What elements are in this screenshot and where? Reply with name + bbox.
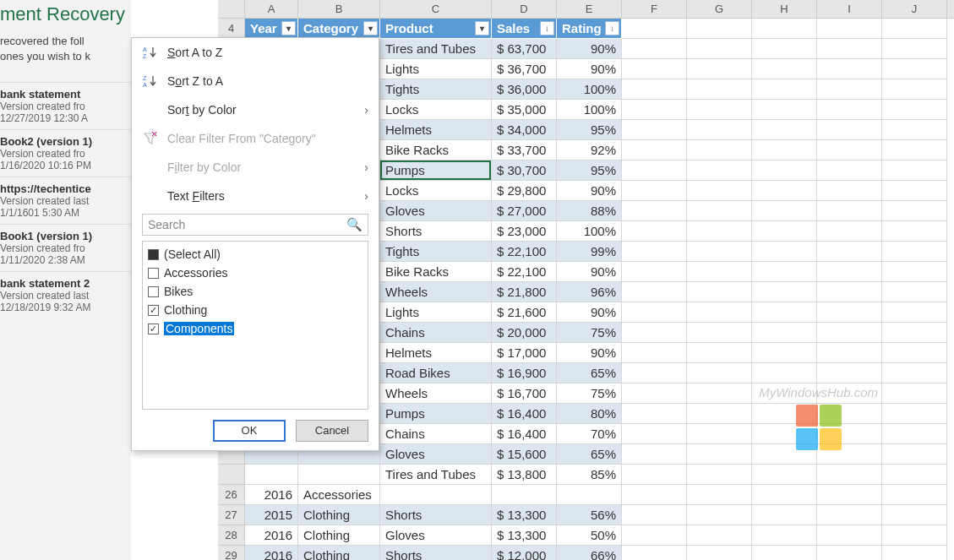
- cell[interactable]: [817, 120, 882, 140]
- col-header-J[interactable]: J: [882, 0, 947, 18]
- cell[interactable]: [687, 424, 752, 444]
- cell[interactable]: [817, 100, 882, 120]
- cell[interactable]: [752, 201, 817, 221]
- recovery-item[interactable]: bank statement Version created fro 12/27…: [0, 82, 131, 129]
- filter-value-clothing[interactable]: ✓ Clothing: [148, 301, 363, 319]
- cell-product[interactable]: Tights: [380, 242, 492, 262]
- cell[interactable]: [817, 485, 882, 505]
- recovery-item[interactable]: bank statement 2 Version created last 12…: [0, 271, 131, 318]
- cell[interactable]: [622, 100, 687, 120]
- filter-dropdown-icon[interactable]: ▾: [475, 21, 489, 35]
- cell[interactable]: [622, 302, 687, 323]
- cell-product[interactable]: Bike Racks: [380, 262, 492, 282]
- cell[interactable]: [752, 39, 817, 59]
- cell[interactable]: [817, 201, 882, 221]
- cell[interactable]: [622, 343, 687, 363]
- cell-sales[interactable]: $ 36,700: [492, 59, 557, 79]
- cell[interactable]: [882, 323, 947, 343]
- cell[interactable]: [752, 343, 817, 363]
- text-filters[interactable]: Text Filters ›: [132, 182, 379, 210]
- cell-year[interactable]: 2016: [245, 485, 298, 505]
- cell-sales[interactable]: $ 22,100: [492, 242, 557, 262]
- cell[interactable]: [817, 546, 882, 560]
- cell[interactable]: [817, 525, 882, 546]
- col-header-H[interactable]: H: [752, 0, 817, 18]
- cell[interactable]: [752, 262, 817, 282]
- cell[interactable]: [687, 404, 752, 424]
- header-sales[interactable]: Sales ↓: [492, 19, 557, 39]
- cell[interactable]: [622, 242, 687, 262]
- cell-rating[interactable]: 92%: [557, 140, 622, 160]
- cell[interactable]: [817, 221, 882, 242]
- cell-rating[interactable]: [557, 485, 622, 505]
- cell-sales[interactable]: $ 33,700: [492, 140, 557, 160]
- cell[interactable]: [687, 505, 752, 525]
- cell[interactable]: [882, 546, 947, 560]
- sort-z-to-a[interactable]: ZA Sort Z to A: [132, 67, 379, 95]
- cell[interactable]: [752, 19, 817, 39]
- cell-year[interactable]: [245, 465, 298, 485]
- cell[interactable]: [882, 525, 947, 546]
- cell-rating[interactable]: 56%: [557, 505, 622, 525]
- cell-product[interactable]: Gloves: [380, 525, 492, 546]
- cell[interactable]: [882, 302, 947, 323]
- cell[interactable]: [817, 323, 882, 343]
- cell[interactable]: [622, 221, 687, 242]
- cell-product[interactable]: Wheels: [380, 383, 492, 404]
- cell-rating[interactable]: 70%: [557, 424, 622, 444]
- cell[interactable]: [622, 323, 687, 343]
- cell[interactable]: [817, 343, 882, 363]
- cell[interactable]: [817, 19, 882, 39]
- cell[interactable]: [622, 160, 687, 181]
- cell-sales[interactable]: $ 13,800: [492, 465, 557, 485]
- cell[interactable]: [687, 181, 752, 201]
- cell[interactable]: [882, 262, 947, 282]
- cell[interactable]: [882, 201, 947, 221]
- cell[interactable]: [622, 262, 687, 282]
- cell[interactable]: [882, 39, 947, 59]
- cell[interactable]: [752, 465, 817, 485]
- cell-rating[interactable]: 80%: [557, 404, 622, 424]
- cell[interactable]: [752, 363, 817, 383]
- cell[interactable]: [622, 525, 687, 546]
- cell-category[interactable]: [298, 465, 380, 485]
- cell[interactable]: [687, 383, 752, 404]
- cell[interactable]: [687, 525, 752, 546]
- cell[interactable]: [882, 140, 947, 160]
- cell[interactable]: [817, 262, 882, 282]
- filter-values-listbox[interactable]: (Select All) Accessories Bikes ✓ Clothin…: [142, 241, 368, 410]
- cell-rating[interactable]: 90%: [557, 181, 622, 201]
- cell[interactable]: [687, 19, 752, 39]
- cell[interactable]: [622, 363, 687, 383]
- cell-product[interactable]: Lights: [380, 302, 492, 323]
- cell-category[interactable]: Clothing: [298, 505, 380, 525]
- filter-dropdown-icon[interactable]: ▾: [281, 21, 296, 35]
- cell-product[interactable]: Pumps: [380, 160, 492, 181]
- cell-sales[interactable]: [492, 485, 557, 505]
- cell-category[interactable]: Clothing: [298, 546, 380, 560]
- cell[interactable]: [752, 120, 817, 140]
- cell-sales[interactable]: $ 29,800: [492, 181, 557, 201]
- col-header-G[interactable]: G: [687, 0, 752, 18]
- cell[interactable]: [752, 79, 817, 100]
- cell-product[interactable]: Gloves: [380, 444, 492, 465]
- filter-sort-icon[interactable]: ↓: [605, 21, 619, 35]
- cell[interactable]: [882, 343, 947, 363]
- cell[interactable]: [752, 140, 817, 160]
- cell[interactable]: [882, 444, 947, 465]
- cell[interactable]: [622, 465, 687, 485]
- cell[interactable]: [622, 120, 687, 140]
- row-number[interactable]: [218, 465, 245, 485]
- cell[interactable]: [752, 505, 817, 525]
- cell-product[interactable]: Shorts: [380, 505, 492, 525]
- cell-product[interactable]: Tires and Tubes: [380, 465, 492, 485]
- cell-rating[interactable]: 90%: [557, 39, 622, 59]
- cell-sales[interactable]: $ 63,700: [492, 39, 557, 59]
- cell[interactable]: [882, 424, 947, 444]
- cell[interactable]: [622, 59, 687, 79]
- cell[interactable]: [687, 302, 752, 323]
- cell-rating[interactable]: 50%: [557, 525, 622, 546]
- cell-sales[interactable]: $ 35,000: [492, 100, 557, 120]
- cell[interactable]: [622, 485, 687, 505]
- cell-rating[interactable]: 100%: [557, 221, 622, 242]
